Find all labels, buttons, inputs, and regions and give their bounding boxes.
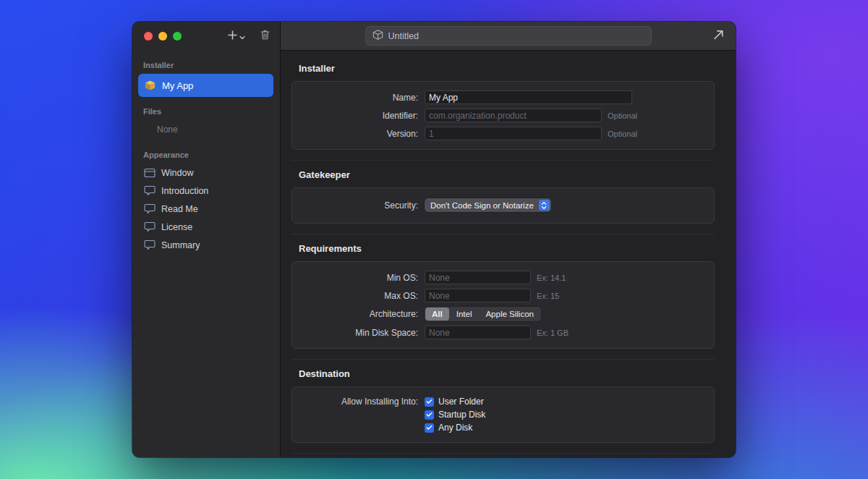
security-popup-button[interactable]: Don't Code Sign or Notarize <box>425 198 551 212</box>
toolbar: Untitled <box>281 22 736 51</box>
sidebar-item-introduction[interactable]: Introduction <box>132 182 280 200</box>
build-upload-button[interactable] <box>710 28 726 44</box>
checkbox-row-user-folder: User Folder <box>425 396 485 407</box>
destination-panel: Allow Installing Into: User Folder <box>292 386 715 443</box>
any-disk-checkbox[interactable] <box>425 423 434 433</box>
plus-icon <box>227 30 238 43</box>
sidebar-item-label: Introduction <box>161 186 208 196</box>
check-icon <box>426 412 433 417</box>
sidebar-item-label: License <box>161 222 192 232</box>
requirements-panel: Min OS: Ex: 14.1 Max OS: Ex: 15 Architec… <box>292 261 715 349</box>
section-title: Gatekeeper <box>299 169 715 180</box>
sidebar-item-my-app[interactable]: My App <box>138 74 273 97</box>
sidebar-item-summary[interactable]: Summary <box>132 236 280 254</box>
max-os-hint: Ex: 15 <box>537 292 559 300</box>
gatekeeper-panel: Security: Don't Code Sign or Notarize <box>292 187 715 224</box>
traffic-lights <box>144 32 182 41</box>
name-input[interactable] <box>425 90 632 104</box>
security-label: Security: <box>302 200 418 211</box>
popup-chevrons-icon <box>539 200 550 211</box>
max-os-input[interactable] <box>425 289 531 302</box>
startup-disk-checkbox[interactable] <box>425 410 434 420</box>
add-item-button[interactable] <box>227 30 245 43</box>
checkbox-row-startup-disk: Startup Disk <box>425 409 485 420</box>
section-destination: Destination Allow Installing Into: User … <box>292 359 715 443</box>
architecture-segmented-control: All Intel Apple Silicon <box>425 307 541 321</box>
main-area: Untitled Installer Name: Identifier: <box>281 22 736 457</box>
version-label: Version: <box>302 129 418 139</box>
architecture-label: Architecture: <box>302 309 418 319</box>
close-window-button[interactable] <box>144 32 153 41</box>
desktop-wallpaper: { "toolbar": { "title": "Untitled" }, "s… <box>0 0 868 479</box>
cube-icon <box>373 29 383 43</box>
checkbox-row-any-disk: Any Disk <box>425 422 485 433</box>
identifier-label: Identifier: <box>302 111 418 121</box>
document-title-field[interactable]: Untitled <box>365 26 652 46</box>
identifier-optional-hint: Optional <box>608 111 637 120</box>
checkbox-label: User Folder <box>438 397 484 407</box>
section-gatekeeper: Gatekeeper Security: Don't Code Sign or … <box>292 160 715 224</box>
min-disk-hint: Ex: 1 GB <box>537 328 569 337</box>
zoom-window-button[interactable] <box>173 32 182 41</box>
sidebar-section-files: Files <box>132 107 280 119</box>
sidebar-item-label: Window <box>161 168 193 178</box>
min-os-hint: Ex: 14.1 <box>537 274 566 282</box>
allow-installing-label: Allow Installing Into: <box>302 396 418 407</box>
min-os-input[interactable] <box>425 271 531 284</box>
app-window: Installer My App Files None Appearance W… <box>132 22 736 457</box>
min-disk-label: Min Disk Space: <box>302 328 418 338</box>
checkbox-label: Any Disk <box>438 423 472 433</box>
speech-bubble-icon <box>143 203 156 214</box>
section-title: Installer <box>299 63 715 74</box>
security-popup-value: Don't Code Sign or Notarize <box>430 201 534 210</box>
min-disk-input[interactable] <box>425 326 531 339</box>
speech-bubble-icon <box>143 185 156 196</box>
name-label: Name: <box>302 93 418 103</box>
window-icon <box>143 168 156 178</box>
max-os-label: Max OS: <box>302 291 418 301</box>
document-title: Untitled <box>388 31 419 41</box>
sidebar-item-window[interactable]: Window <box>132 164 280 182</box>
minimize-window-button[interactable] <box>158 32 167 41</box>
segment-all[interactable]: All <box>425 308 449 321</box>
sidebar-item-label: Read Me <box>161 204 198 214</box>
sidebar-item-read-me[interactable]: Read Me <box>132 200 280 218</box>
chevron-down-icon <box>239 30 245 43</box>
sidebar-section-appearance: Appearance <box>132 151 280 162</box>
version-input[interactable] <box>425 127 602 140</box>
section-title: Requirements <box>299 243 715 254</box>
destination-checkbox-group: User Folder Startup Disk <box>425 396 485 433</box>
trash-icon <box>260 29 271 43</box>
segment-apple-silicon[interactable]: Apple Silicon <box>479 308 540 321</box>
check-icon <box>426 399 433 404</box>
checkbox-label: Startup Disk <box>438 410 485 420</box>
min-os-label: Min OS: <box>302 273 418 283</box>
form-content: Installer Name: Identifier: Optional Ver… <box>281 51 736 457</box>
section-requirements: Requirements Min OS: Ex: 14.1 Max OS: Ex… <box>292 234 715 349</box>
speech-bubble-icon <box>143 221 156 232</box>
package-icon <box>144 80 156 91</box>
version-optional-hint: Optional <box>608 130 637 138</box>
user-folder-checkbox[interactable] <box>425 397 434 407</box>
files-empty-state: None <box>132 124 280 135</box>
section-installer: Installer Name: Identifier: Optional Ver… <box>292 63 715 150</box>
speech-bubble-icon <box>143 240 156 250</box>
sidebar-item-license[interactable]: License <box>132 218 280 236</box>
sidebar: Installer My App Files None Appearance W… <box>132 22 281 457</box>
sidebar-item-label: My App <box>162 80 193 91</box>
delete-item-button[interactable] <box>260 29 271 43</box>
identifier-input[interactable] <box>425 109 602 122</box>
sidebar-item-label: Summary <box>161 240 200 250</box>
check-icon <box>426 425 433 431</box>
sidebar-header <box>132 22 280 51</box>
sidebar-section-installer: Installer <box>132 61 280 72</box>
section-title: Destination <box>299 368 715 379</box>
installer-panel: Name: Identifier: Optional Version: Opti… <box>292 81 715 150</box>
segment-intel[interactable]: Intel <box>450 308 479 321</box>
section-options: Options <box>292 453 715 457</box>
arrow-up-right-icon <box>711 27 726 45</box>
